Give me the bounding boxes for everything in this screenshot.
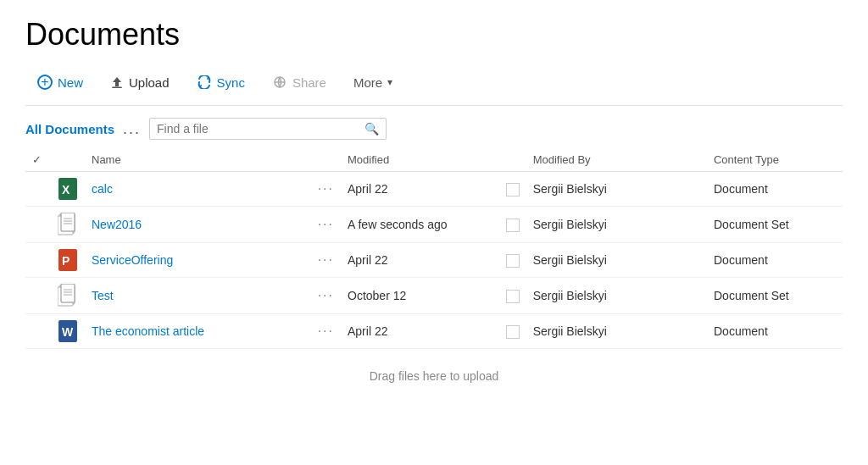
svg-rect-16 xyxy=(61,284,75,302)
table-row[interactable]: P ServiceOffering ··· April 22 Sergii Bi… xyxy=(25,243,843,278)
upload-icon xyxy=(110,75,124,89)
svg-text:W: W xyxy=(62,325,74,339)
table-row[interactable]: Test ··· October 12 Sergii Bielskyi Docu… xyxy=(25,278,843,314)
row-file-icon-0: X xyxy=(51,172,85,207)
new-plus-icon: + xyxy=(37,75,53,90)
upload-button[interactable]: Upload xyxy=(98,69,181,97)
header-content-type[interactable]: Content Type xyxy=(707,148,843,172)
header-modified[interactable]: Modified xyxy=(341,148,499,172)
row-modified-by-4: Sergii Bielskyi xyxy=(526,314,707,349)
row-modified-by-check-0[interactable] xyxy=(499,172,526,207)
view-options-ellipsis[interactable]: ... xyxy=(123,120,141,138)
svg-text:X: X xyxy=(62,183,70,197)
row-file-icon-1 xyxy=(51,207,85,243)
row-content-type-0: Document xyxy=(707,172,843,207)
svg-rect-1 xyxy=(112,87,122,89)
row-modified-2: April 22 xyxy=(341,243,499,278)
table-row[interactable]: W The economist article ··· April 22 Ser… xyxy=(25,314,843,349)
header-modified-by-check xyxy=(499,148,526,172)
share-icon xyxy=(272,75,287,89)
header-icon xyxy=(51,148,85,172)
sync-label: Sync xyxy=(217,75,245,90)
row-modified-4: April 22 xyxy=(341,314,499,349)
drag-hint: Drag files here to upload xyxy=(25,349,843,391)
row-modified-by-check-1[interactable] xyxy=(499,207,526,243)
row-check-1 xyxy=(25,207,51,243)
share-button[interactable]: Share xyxy=(260,69,338,97)
row-name-3[interactable]: Test xyxy=(85,278,311,314)
more-label: More xyxy=(353,75,382,90)
row-modified-by-check-3[interactable] xyxy=(499,278,526,314)
search-box: 🔍 xyxy=(149,118,387,140)
row-content-type-2: Document xyxy=(707,243,843,278)
toolbar: + New Upload Sync xyxy=(25,68,843,106)
row-check-0 xyxy=(25,172,51,207)
search-icon: 🔍 xyxy=(364,122,379,136)
row-ellipsis-2[interactable]: ··· xyxy=(311,243,341,278)
header-check: ✓ xyxy=(25,148,51,172)
row-content-type-4: Document xyxy=(707,314,843,349)
row-ellipsis-0[interactable]: ··· xyxy=(311,172,341,207)
sync-button[interactable]: Sync xyxy=(185,69,257,97)
svg-marker-0 xyxy=(113,77,121,86)
row-ellipsis-4[interactable]: ··· xyxy=(311,314,341,349)
row-file-icon-3 xyxy=(51,278,85,314)
row-modified-by-check-2[interactable] xyxy=(499,243,526,278)
row-modified-by-2: Sergii Bielskyi xyxy=(526,243,707,278)
view-bar: All Documents ... 🔍 xyxy=(25,118,843,140)
header-modified-by[interactable]: Modified By xyxy=(526,148,707,172)
row-modified-by-check-4[interactable] xyxy=(499,314,526,349)
table-row[interactable]: New2016 ··· A few seconds ago Sergii Bie… xyxy=(25,207,843,243)
more-button[interactable]: More ▾ xyxy=(342,69,404,97)
row-check-4 xyxy=(25,314,51,349)
page-title: Documents xyxy=(25,17,843,53)
row-name-4[interactable]: The economist article xyxy=(85,314,311,349)
row-modified-0: April 22 xyxy=(341,172,499,207)
new-label: New xyxy=(58,75,83,90)
svg-text:P: P xyxy=(62,254,70,268)
row-modified-by-0: Sergii Bielskyi xyxy=(526,172,707,207)
all-documents-view-label[interactable]: All Documents xyxy=(25,122,114,136)
row-ellipsis-1[interactable]: ··· xyxy=(311,207,341,243)
row-file-icon-4: W xyxy=(51,314,85,349)
row-name-2[interactable]: ServiceOffering xyxy=(85,243,311,278)
row-name-1[interactable]: New2016 xyxy=(85,207,311,243)
row-file-icon-2: P xyxy=(51,243,85,278)
row-content-type-1: Document Set xyxy=(707,207,843,243)
row-modified-by-3: Sergii Bielskyi xyxy=(526,278,707,314)
row-ellipsis-3[interactable]: ··· xyxy=(311,278,341,314)
svg-rect-8 xyxy=(61,213,75,231)
sync-icon xyxy=(197,75,212,89)
table-row[interactable]: X calc ··· April 22 Sergii Bielskyi Docu… xyxy=(25,172,843,207)
new-button[interactable]: + New xyxy=(25,68,95,97)
row-modified-3: October 12 xyxy=(341,278,499,314)
row-check-3 xyxy=(25,278,51,314)
file-table: ✓ Name Modified Modified By Content Type… xyxy=(25,148,843,349)
row-check-2 xyxy=(25,243,51,278)
search-input[interactable] xyxy=(157,122,364,136)
table-header-row: ✓ Name Modified Modified By Content Type xyxy=(25,148,843,172)
header-ellipsis xyxy=(311,148,341,172)
share-label: Share xyxy=(292,75,326,90)
header-name[interactable]: Name xyxy=(85,148,311,172)
row-name-0[interactable]: calc xyxy=(85,172,311,207)
chevron-down-icon: ▾ xyxy=(387,76,392,88)
upload-label: Upload xyxy=(129,75,170,90)
row-modified-by-1: Sergii Bielskyi xyxy=(526,207,707,243)
row-modified-1: A few seconds ago xyxy=(341,207,499,243)
row-content-type-3: Document Set xyxy=(707,278,843,314)
